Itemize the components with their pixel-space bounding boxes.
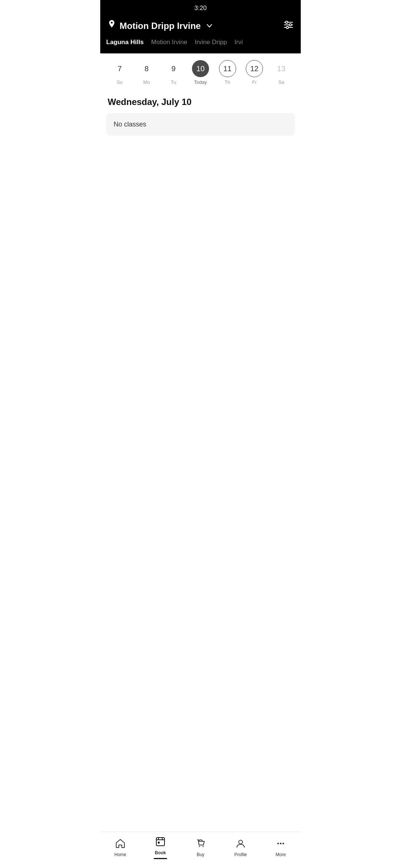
no-classes-text: No classes (114, 121, 146, 128)
day-number-12: 12 (246, 60, 263, 77)
nav-profile[interactable]: Profile (221, 838, 261, 857)
nav-buy-label: Buy (197, 852, 205, 857)
buy-icon (195, 838, 206, 850)
day-label-11: Th (225, 79, 230, 85)
day-label-8: Mo (143, 79, 150, 85)
svg-point-12 (203, 846, 204, 847)
book-icon (155, 836, 166, 848)
day-number-13: 13 (273, 60, 290, 77)
header: Motion Dripp Irvine (100, 15, 301, 39)
calendar-day-9[interactable]: 9 Tu (165, 60, 182, 85)
filter-icon[interactable] (284, 21, 293, 31)
svg-point-13 (239, 840, 242, 844)
day-number-9: 9 (165, 60, 182, 77)
header-location[interactable]: Motion Dripp Irvine (108, 20, 212, 32)
main-content (100, 136, 301, 832)
calendar-days: 7 Su 8 Mo 9 Tu 10 Today 11 Th 12 Fr 13 S… (106, 60, 295, 85)
nav-home[interactable]: Home (100, 838, 140, 857)
status-bar: 3:20 (100, 0, 301, 15)
calendar-section: 7 Su 8 Mo 9 Tu 10 Today 11 Th 12 Fr 13 S… (100, 53, 301, 89)
svg-point-5 (286, 26, 288, 29)
tab-irvi[interactable]: Irvi (234, 39, 243, 47)
calendar-day-12[interactable]: 12 Fr (246, 60, 263, 85)
svg-point-14 (277, 843, 279, 844)
home-icon (115, 838, 125, 850)
day-number-11: 11 (219, 60, 236, 77)
day-number-8: 8 (138, 60, 155, 77)
svg-point-11 (199, 846, 200, 847)
day-label-7: Su (117, 79, 123, 85)
tab-motion-irvine[interactable]: Motion Irvine (151, 39, 187, 47)
tab-laguna-hills[interactable]: Laguna Hills (106, 39, 144, 47)
day-number-10: 10 (192, 60, 209, 77)
svg-rect-6 (156, 838, 164, 846)
nav-book[interactable]: Book (140, 836, 180, 859)
calendar-day-7[interactable]: 7 Su (111, 60, 128, 85)
location-tabs: Laguna Hills Motion Irvine Irvine Dripp … (100, 39, 301, 53)
header-title: Motion Dripp Irvine (120, 21, 201, 31)
svg-point-3 (286, 21, 288, 23)
calendar-day-10[interactable]: 10 Today (192, 60, 209, 85)
date-heading: Wednesday, July 10 (100, 89, 301, 113)
svg-point-16 (283, 843, 284, 844)
day-label-10: Today (194, 79, 207, 85)
svg-point-4 (289, 24, 291, 26)
bottom-nav: Home Book Buy (100, 832, 301, 868)
status-time: 3:20 (194, 4, 206, 11)
calendar-day-8[interactable]: 8 Mo (138, 60, 155, 85)
nav-book-underline (154, 858, 167, 859)
nav-more-label: More (276, 852, 286, 857)
nav-book-label: Book (155, 850, 166, 855)
nav-more[interactable]: More (261, 838, 301, 857)
calendar-day-11[interactable]: 11 Th (219, 60, 236, 85)
nav-home-label: Home (114, 852, 126, 857)
svg-point-15 (280, 843, 281, 844)
more-icon (276, 838, 286, 850)
day-label-9: Tu (171, 79, 176, 85)
nav-buy[interactable]: Buy (180, 838, 221, 857)
day-label-13: Sa (278, 79, 284, 85)
location-icon (108, 20, 116, 32)
tab-irvine-dripp[interactable]: Irvine Dripp (195, 39, 227, 47)
calendar-day-13[interactable]: 13 Sa (273, 60, 290, 85)
day-label-12: Fr (252, 79, 257, 85)
no-classes-card: No classes (106, 113, 295, 136)
chevron-down-icon (207, 23, 212, 29)
profile-icon (235, 838, 246, 850)
day-number-7: 7 (111, 60, 128, 77)
nav-profile-label: Profile (234, 852, 247, 857)
svg-rect-10 (158, 842, 160, 844)
